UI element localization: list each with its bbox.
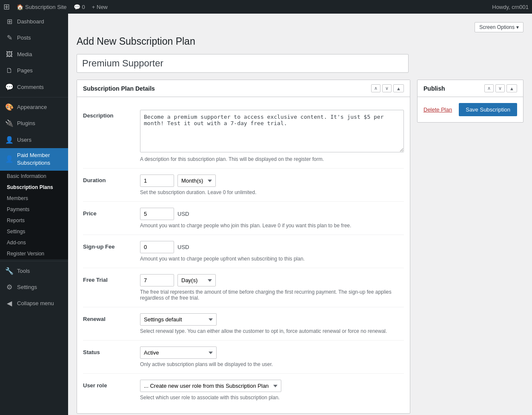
sidebar: ⊞ Dashboard ✎ Posts 🖼 Media 🗋 Pages 💬 Co… — [0, 14, 68, 415]
subscription-plan-title-input[interactable] — [77, 54, 409, 73]
sidebar-item-plugins[interactable]: 🔌 Plugins — [0, 115, 68, 132]
duration-unit-select[interactable]: Day(s) Week(s) Month(s) Year(s) — [177, 175, 216, 187]
renewal-select[interactable]: Settings default Manual renewal Automati… — [140, 313, 217, 326]
sidebar-item-settings[interactable]: ⚙ Settings — [0, 279, 68, 295]
user-role-help: Select which user role to associate with… — [140, 395, 404, 401]
duration-label: Duration — [83, 175, 130, 195]
posts-icon: ✎ — [5, 33, 14, 43]
sidebar-item-label: Collapse menu — [17, 300, 54, 307]
section-header: Subscription Plan Details ∧ ∨ ▲ — [77, 80, 410, 97]
plugins-icon: 🔌 — [5, 119, 14, 128]
sidebar-item-collapse[interactable]: ◀ Collapse menu — [0, 295, 68, 312]
sidebar-item-label: Users — [17, 136, 31, 144]
sidebar-submenu: Basic Information Subscription Plans Mem… — [0, 171, 68, 259]
sidebar-item-pages[interactable]: 🗋 Pages — [0, 63, 68, 79]
side-panel: Publish ∧ ∨ ▲ Delete Plan Save Subscript… — [417, 80, 523, 415]
sidebar-item-label: Posts — [17, 34, 31, 42]
site-name[interactable]: 🏠 Subscription Site — [17, 4, 67, 10]
status-field: Active Inactive Only active subscription… — [140, 346, 404, 367]
price-label: Price — [83, 208, 130, 229]
duration-field: Day(s) Week(s) Month(s) Year(s) Set the … — [140, 175, 404, 195]
free-trial-number-input[interactable] — [140, 274, 174, 286]
submenu-item-reports[interactable]: Reports — [0, 215, 68, 226]
renewal-label: Renewal — [83, 313, 130, 334]
status-select[interactable]: Active Inactive — [140, 346, 217, 359]
comments-link[interactable]: 💬 0 — [74, 4, 85, 10]
delete-plan-link[interactable]: Delete Plan — [423, 106, 452, 113]
price-number-input[interactable] — [140, 208, 174, 220]
top-bar: ⊞ 🏠 Subscription Site 💬 0 + New Howdy, c… — [0, 0, 532, 14]
new-item-link[interactable]: + New — [92, 4, 108, 10]
home-icon: 🏠 — [17, 4, 23, 10]
publish-down-button[interactable]: ∨ — [495, 84, 505, 92]
sidebar-item-tools[interactable]: 🔧 Tools — [0, 263, 68, 279]
description-help: A description for this subscription plan… — [140, 156, 404, 162]
signup-fee-number-input[interactable] — [140, 241, 174, 253]
screen-options-button[interactable]: Screen Options ▾ — [475, 22, 523, 32]
sidebar-item-paid-member-subscriptions[interactable]: 👤 Paid Member Subscriptions — [0, 148, 68, 170]
free-trial-field: Day(s) Week(s) Month(s) The free trial r… — [140, 274, 404, 301]
renewal-row: Renewal Settings default Manual renewal … — [83, 307, 404, 341]
publish-up-button[interactable]: ∧ — [484, 84, 494, 92]
sidebar-item-users[interactable]: 👤 Users — [0, 132, 68, 148]
user-role-field: ... Create new user role from this Subsc… — [140, 380, 404, 401]
sidebar-item-appearance[interactable]: 🎨 Appearance — [0, 99, 68, 115]
price-row: Price USD Amount you want to charge peop… — [83, 202, 404, 235]
pages-icon: 🗋 — [5, 66, 14, 75]
screen-options-bar: Screen Options ▾ — [77, 22, 523, 32]
submenu-item-register-version[interactable]: Register Version — [0, 248, 68, 259]
publish-box: Publish ∧ ∨ ▲ Delete Plan Save Subscript… — [417, 80, 523, 123]
sidebar-item-label: Comments — [17, 83, 44, 91]
user-role-select[interactable]: ... Create new user role from this Subsc… — [140, 380, 281, 392]
wp-logo-icon[interactable]: ⊞ — [3, 2, 10, 11]
dashboard-icon: ⊞ — [5, 17, 14, 26]
content-layout: Subscription Plan Details ∧ ∨ ▲ Descript… — [77, 80, 523, 415]
submenu-item-add-ons[interactable]: Add-ons — [0, 237, 68, 248]
publish-minimize-button[interactable]: ▲ — [506, 84, 517, 92]
save-subscription-button[interactable]: Save Subscription — [459, 103, 517, 116]
status-help: Only active subscription plans will be d… — [140, 361, 404, 367]
submenu-item-payments[interactable]: Payments — [0, 204, 68, 215]
sidebar-item-label: Appearance — [17, 103, 47, 111]
sidebar-item-label: Pages — [17, 67, 33, 74]
submenu-item-settings[interactable]: Settings — [0, 226, 68, 237]
section-down-button[interactable]: ∨ — [382, 84, 392, 92]
sidebar-item-label: Paid Member Subscriptions — [17, 152, 63, 167]
duration-number-input[interactable] — [140, 175, 174, 187]
sidebar-item-media[interactable]: 🖼 Media — [0, 46, 68, 63]
description-textarea[interactable]: Become a premium supporter to access exc… — [140, 110, 404, 152]
sidebar-item-label: Dashboard — [17, 18, 44, 26]
page-title: Add New Subscription Plan — [77, 36, 523, 47]
signup-fee-row: Sign-up Fee USD Amount you want to charg… — [83, 235, 404, 268]
settings-icon: ⚙ — [5, 283, 14, 292]
section-minimize-button[interactable]: ▲ — [393, 84, 404, 92]
screen-options-chevron: ▾ — [516, 24, 519, 30]
free-trial-row: Free Trial Day(s) Week(s) Month(s) The — [83, 268, 404, 307]
publish-controls: ∧ ∨ ▲ — [484, 84, 517, 92]
section-up-button[interactable]: ∧ — [371, 84, 380, 92]
sidebar-item-label: Plugins — [17, 120, 35, 127]
description-row: Description Become a premium supporter t… — [83, 104, 404, 169]
sidebar-item-dashboard[interactable]: ⊞ Dashboard — [0, 14, 68, 30]
free-trial-unit-select[interactable]: Day(s) Week(s) Month(s) — [177, 274, 216, 286]
signup-fee-label: Sign-up Fee — [83, 241, 130, 262]
status-row: Status Active Inactive Only active subsc… — [83, 341, 404, 374]
sidebar-item-comments[interactable]: 💬 Comments — [0, 79, 68, 95]
users-icon: 👤 — [5, 135, 14, 145]
publish-body: Delete Plan Save Subscription — [418, 97, 523, 122]
screen-options-label: Screen Options — [479, 24, 515, 30]
comments-icon: 💬 — [5, 83, 14, 92]
section-body: Description Become a premium supporter t… — [77, 97, 410, 413]
submenu-item-subscription-plans[interactable]: Subscription Plans — [0, 182, 68, 193]
price-help: Amount you want to charge people who joi… — [140, 223, 404, 229]
pms-icon: 👤 — [5, 155, 14, 164]
submenu-item-members[interactable]: Members — [0, 193, 68, 204]
media-icon: 🖼 — [5, 50, 14, 59]
howdy-text: Howdy, crn001 — [492, 4, 529, 10]
submenu-item-basic-information[interactable]: Basic Information — [0, 171, 68, 182]
status-label: Status — [83, 346, 130, 367]
main-panel: Subscription Plan Details ∧ ∨ ▲ Descript… — [77, 80, 410, 415]
sidebar-item-posts[interactable]: ✎ Posts — [0, 30, 68, 46]
free-trial-help: The free trial represents the amount of … — [140, 289, 404, 301]
publish-header: Publish ∧ ∨ ▲ — [418, 80, 523, 97]
